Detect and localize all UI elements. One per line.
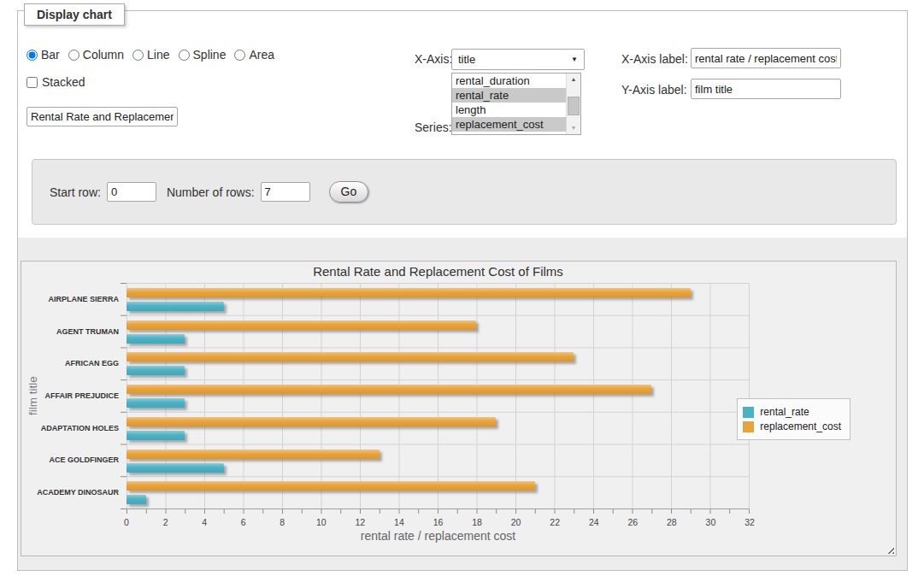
chart-band: AIRPLANE SIERRA xyxy=(127,283,749,315)
series-option-length[interactable]: length xyxy=(452,103,566,117)
start-row-label: Start row: xyxy=(50,185,101,199)
bar-replacement_cost[interactable] xyxy=(127,450,380,459)
x-axis-ticks: 02468101214161820222426283032 xyxy=(127,517,750,528)
x-axis-title: rental rate / replacement cost xyxy=(127,529,750,543)
stacked-label: Stacked xyxy=(42,75,85,89)
chart-type-option-column[interactable]: Column xyxy=(68,48,124,62)
resize-handle-icon[interactable] xyxy=(886,545,894,554)
y-axis-label-input[interactable] xyxy=(691,79,841,99)
x-tick-label: 12 xyxy=(356,517,366,527)
x-tick-label: 16 xyxy=(433,517,444,527)
start-row-input[interactable] xyxy=(107,182,156,202)
series-option-rental_duration[interactable]: rental_duration xyxy=(452,73,566,88)
display-chart-fieldset: Display chart BarColumnLineSplineArea St… xyxy=(17,10,908,571)
chart-band: ACE GOLDFINGER xyxy=(127,444,749,477)
scroll-down-icon[interactable]: ▼ xyxy=(567,122,580,134)
chart-band: AFFAIR PREJUDICE xyxy=(127,379,749,412)
x-tick-label: 8 xyxy=(280,517,285,527)
x-tick-label: 14 xyxy=(394,517,404,527)
x-axis-label-label: X-Axis label: xyxy=(621,52,688,66)
stacked-checkbox[interactable] xyxy=(26,77,38,88)
series-listbox[interactable]: rental_durationrental_ratelengthreplacem… xyxy=(451,73,581,135)
bar-rental_rate[interactable] xyxy=(127,495,146,504)
bar-rental_rate[interactable] xyxy=(127,398,185,408)
x-tick-label: 2 xyxy=(163,517,168,527)
num-rows-input[interactable] xyxy=(261,182,310,202)
legend-swatch xyxy=(743,421,754,432)
series-label: Series: xyxy=(415,121,452,134)
x-tick-label: 6 xyxy=(241,517,246,527)
bar-replacement_cost[interactable] xyxy=(127,385,651,394)
x-axis-label-input[interactable] xyxy=(691,48,841,68)
chart-type-label: Line xyxy=(147,48,169,62)
bar-replacement_cost[interactable] xyxy=(127,288,691,297)
x-tick-label: 18 xyxy=(472,517,482,527)
fieldset-title: Display chart xyxy=(24,3,125,26)
bar-replacement_cost[interactable] xyxy=(127,417,496,426)
x-tick-label: 28 xyxy=(667,517,677,527)
category-label: AIRPLANE SIERRA xyxy=(48,295,119,303)
chart-title: Rental Rate and Replacement Cost of Film… xyxy=(127,264,750,279)
x-axis-select-label: X-Axis: xyxy=(415,52,452,66)
bar-rental_rate[interactable] xyxy=(127,334,185,344)
chart-type-label: Spline xyxy=(193,48,227,62)
x-axis-selected-value: title xyxy=(458,53,475,66)
category-label: ACADEMY DINOSAUR xyxy=(37,488,119,497)
y-axis-title: film title xyxy=(26,283,40,509)
chart-band: ACADEMY DINOSAUR xyxy=(127,476,749,509)
chart-type-option-line[interactable]: Line xyxy=(132,48,169,62)
chart-container: Rental Rate and Replacement Cost of Film… xyxy=(21,261,897,556)
chart-type-radio-spline[interactable] xyxy=(179,50,190,61)
scroll-up-icon[interactable]: ▲ xyxy=(567,73,580,85)
chart-type-label: Area xyxy=(249,48,274,62)
num-rows-label: Number of rows: xyxy=(167,185,255,199)
chart-type-radio-line[interactable] xyxy=(132,50,144,61)
legend-swatch xyxy=(743,407,754,418)
x-tick-label: 32 xyxy=(744,517,755,527)
x-tick-label: 0 xyxy=(124,517,129,527)
category-label: AGENT TRUMAN xyxy=(56,327,119,336)
chart-type-group: BarColumnLineSplineArea xyxy=(26,48,274,62)
chart-legend: rental_ratereplacement_cost xyxy=(737,398,850,440)
legend-label: replacement_cost xyxy=(760,420,841,432)
x-axis-select[interactable]: title ▼ xyxy=(451,49,585,70)
series-option-replacement_cost[interactable]: replacement_cost xyxy=(452,117,566,132)
category-label: ACE GOLDFINGER xyxy=(49,456,119,464)
plot-area: AIRPLANE SIERRAAGENT TRUMANAFRICAN EGGAF… xyxy=(127,283,750,509)
chart-title-input[interactable] xyxy=(26,107,178,126)
chart-wrapper: Rental Rate and Replacement Cost of Film… xyxy=(18,238,907,570)
x-tick-label: 22 xyxy=(550,517,560,527)
bar-replacement_cost[interactable] xyxy=(127,320,476,330)
chart-type-label: Column xyxy=(83,48,124,62)
bar-rental_rate[interactable] xyxy=(127,302,224,311)
y-axis-ticks xyxy=(121,283,127,509)
scroll-thumb[interactable] xyxy=(568,97,580,115)
bar-rental_rate[interactable] xyxy=(127,431,185,440)
legend-item-replacement_cost[interactable]: replacement_cost xyxy=(743,420,841,432)
legend-label: rental_rate xyxy=(760,406,809,418)
stacked-option[interactable]: Stacked xyxy=(26,75,85,89)
go-button[interactable]: Go xyxy=(329,181,369,203)
chart-type-option-spline[interactable]: Spline xyxy=(179,48,227,62)
legend-item-rental_rate[interactable]: rental_rate xyxy=(743,406,841,418)
chart-type-radio-area[interactable] xyxy=(234,50,245,61)
chart-type-option-bar[interactable]: Bar xyxy=(26,48,60,62)
series-option-rental_rate[interactable]: rental_rate xyxy=(452,88,566,103)
series-listbox-options: rental_durationrental_ratelengthreplacem… xyxy=(452,73,566,134)
category-label: AFFAIR PREJUDICE xyxy=(44,391,119,400)
chart-type-radio-bar[interactable] xyxy=(26,50,38,61)
chart-band: ADAPTATION HOLES xyxy=(127,412,749,444)
bar-replacement_cost[interactable] xyxy=(127,481,535,491)
chart-type-label: Bar xyxy=(41,48,60,62)
listbox-scrollbar[interactable]: ▲ ▼ xyxy=(566,73,580,134)
bar-rental_rate[interactable] xyxy=(127,366,185,375)
chart-band: AFRICAN EGG xyxy=(127,347,749,379)
bar-rental_rate[interactable] xyxy=(127,463,224,473)
chart-type-radio-column[interactable] xyxy=(68,50,79,61)
chart-type-option-area[interactable]: Area xyxy=(234,48,274,62)
x-tick-label: 24 xyxy=(589,517,599,527)
y-axis-label-label: Y-Axis label: xyxy=(621,83,687,97)
bar-replacement_cost[interactable] xyxy=(127,352,574,362)
category-label: AFRICAN EGG xyxy=(65,359,119,367)
x-axis-minor-ticks xyxy=(127,509,750,514)
